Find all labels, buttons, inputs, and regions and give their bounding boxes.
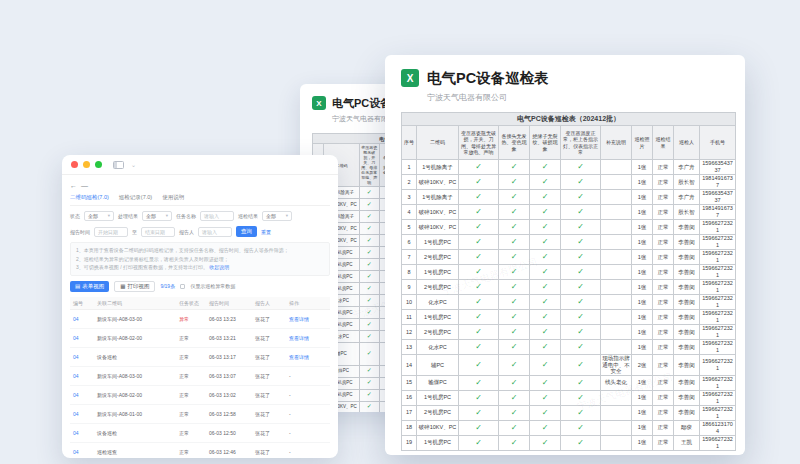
check-icon: ✓ [530,265,561,280]
device-id-link[interactable]: 04 [70,443,94,459]
start-date-input[interactable]: 开始日期 [94,227,128,237]
check-icon: ✓ [530,390,561,405]
photos-count: 1张 [632,220,653,235]
report-time: 06-03 13:02 [206,386,252,405]
result-cell: 正常 [653,175,674,190]
tab-qr-inspection[interactable]: 二维码巡检(7.0) [70,194,109,201]
collapse-notice-link[interactable]: 收起说明 [209,264,229,270]
qr-name: 2号机房PC [417,325,459,340]
search-button[interactable]: 查询 [236,226,257,237]
row-number: 10 [402,295,417,310]
photos-count: 2张 [632,355,653,376]
check-icon: ✓ [459,265,499,280]
qr-code-name: 设备巡检 [94,348,176,367]
check-icon: ✓ [530,160,561,175]
note-cell [601,205,632,220]
qr-code-name: 新设车间-A08-03-00 [94,310,176,329]
device-id-link[interactable]: 04 [70,424,94,443]
inspect-result-select[interactable]: 全部▾ [262,211,292,221]
reporter-name: 张花了 [252,367,286,386]
tab-help[interactable]: 使用说明 [162,194,184,201]
qr-name: 1号机房PC [417,390,459,405]
check-icon: ✓ [530,355,561,376]
photos-count: 1张 [632,280,653,295]
table-column-header: 操作 [286,297,330,310]
print-view-button[interactable]: ▦打印视图 [114,281,155,292]
sheet-row: 122号机房PC✓✓✓✓1张正常李善闵15966272321 [402,325,736,340]
result-filter-select[interactable]: 全部▾ [142,211,172,221]
result-cell: 正常 [653,265,674,280]
result-cell: 正常 [653,325,674,340]
notice-line: 3、可切换表单视图 / 打印视图查看数据，并支持导出打印。 收起说明 [76,263,324,272]
photos-count: 1张 [632,175,653,190]
toolbar: ▤表单视图 ▦打印视图 9/19条 仅显示巡检异常数据 [70,281,330,292]
row-number: 6 [402,235,417,250]
check-icon: ✓ [530,310,561,325]
task-name-input[interactable]: 请输入 [200,211,234,221]
note-cell [601,175,632,190]
check-icon: ✓ [561,405,601,420]
sheet-row: 191号机房PC✓✓✓✓1张正常王凯15966272321 [402,435,736,450]
table-column-header: 报告时间 [206,297,252,310]
status-badge: 正常 [176,443,206,459]
sheet-column-header: 变压器瓷瓶无破损，开关、刀闸、母排处无异常放电、声响 [359,144,380,187]
table-row: 04设备巡检正常06-03 13:17张花了查看详情 [70,348,330,367]
zoom-button[interactable] [95,161,102,168]
check-icon: ✓ [359,365,380,377]
reporter-input[interactable]: 请输入 [198,227,232,237]
doc-company: 宁波天气电器有限公司 [427,92,549,103]
sheet-row: 172号机房PC✓✓✓✓1张正常李善闵15966272321 [402,405,736,420]
back-arrow-icon[interactable]: ← [70,182,77,189]
result-cell: 正常 [653,235,674,250]
phone-number: 18661231704 [700,420,736,435]
sheet-column-header: 手机号 [700,126,736,160]
row-number: 19 [402,435,417,450]
device-id-link[interactable]: 04 [70,367,94,386]
doc-header: X 电气PC设备巡检表 宁波天气电器有限公司 [401,69,729,103]
inspector-name: 李善闵 [674,340,700,355]
end-date-input[interactable]: 结束日期 [141,227,175,237]
check-icon: ✓ [359,211,380,223]
chevron-down-icon[interactable]: ⌄ [131,162,136,168]
reset-link[interactable]: 重置 [261,229,271,235]
check-icon: ✓ [459,405,499,420]
sheet-column-header: 巡检照片 [632,126,653,160]
photos-count: 1张 [632,420,653,435]
qr-name: 2号机房PC [417,250,459,265]
check-icon: ✓ [530,220,561,235]
device-id-link[interactable]: 04 [70,310,94,329]
device-id-link[interactable]: 04 [70,386,94,405]
qr-name: 2号机房PC [417,280,459,295]
print-view-icon: ▦ [120,283,125,289]
check-icon: ✓ [499,250,530,265]
check-icon: ✓ [499,435,530,450]
abnormal-only-checkbox[interactable] [180,284,185,289]
check-icon: ✓ [530,405,561,420]
minimize-button[interactable] [83,161,90,168]
device-id-link[interactable]: 04 [70,405,94,424]
result-cell: 正常 [653,190,674,205]
view-detail-link[interactable]: 查看详情 [286,310,330,329]
phone-number: 15966272321 [700,355,736,376]
tab-inspection-records[interactable]: 巡检记录(7.0) [119,194,152,201]
form-view-button[interactable]: ▤表单视图 [70,281,109,292]
result-cell: 正常 [653,205,674,220]
check-icon: ✓ [561,375,601,390]
view-detail-link[interactable]: 查看详情 [286,329,330,348]
view-detail-link[interactable]: 查看详情 [286,348,330,367]
check-icon: ✓ [499,405,530,420]
device-id-link[interactable]: 04 [70,329,94,348]
browser-window: ⌄ ← — 二维码巡检(7.0) 巡检记录(7.0) 使用说明 状态 全部▾ 处… [62,155,338,458]
check-icon: ✓ [459,280,499,295]
check-icon: ✓ [499,295,530,310]
qr-name: 化水PC [417,295,459,310]
status-filter-select[interactable]: 全部▾ [84,211,114,221]
row-number: 18 [402,420,417,435]
device-id-link[interactable]: 04 [70,348,94,367]
page-title: — [81,182,88,189]
inspector-name: 李广舟 [674,190,700,205]
check-icon: ✓ [530,250,561,265]
inspector-name: 李善闵 [674,405,700,420]
close-button[interactable] [71,161,78,168]
sidebar-toggle-icon[interactable] [113,161,124,169]
